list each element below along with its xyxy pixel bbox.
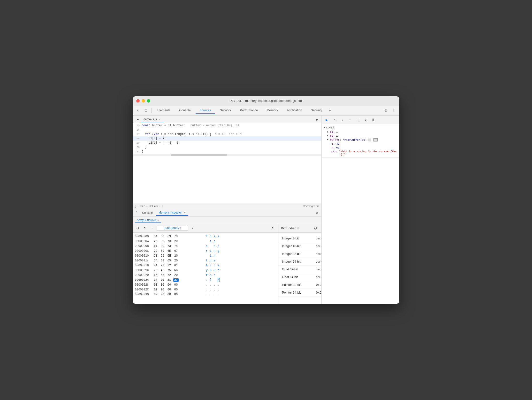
value-format-arrow[interactable]: ▾ — [321, 237, 321, 240]
hex-byte[interactable]: 20 — [153, 254, 158, 258]
hex-char[interactable]: . — [217, 288, 220, 291]
hex-char[interactable] — [217, 259, 220, 262]
hex-char[interactable]: . — [213, 293, 216, 296]
file-tab-demo[interactable]: demo-js.js × — [141, 117, 164, 122]
hex-byte[interactable]: 72 — [160, 264, 165, 267]
tab-sources[interactable]: Sources — [196, 107, 215, 114]
hex-byte[interactable]: 74 — [153, 259, 158, 262]
hex-char[interactable]: s — [217, 235, 220, 238]
hex-byte[interactable]: 65 — [160, 274, 165, 277]
hex-char[interactable]: e — [213, 259, 216, 262]
tab-elements[interactable]: Elements — [153, 107, 174, 114]
value-format-arrow[interactable]: ▾ — [321, 268, 321, 271]
hex-char[interactable] — [213, 278, 216, 282]
hex-char[interactable]: . — [213, 283, 216, 287]
hex-byte[interactable]: 00 — [173, 293, 179, 296]
hex-char[interactable]: t — [205, 259, 208, 262]
hex-char[interactable]: T — [205, 235, 208, 238]
hex-char[interactable] — [217, 274, 220, 277]
scope-expand-icon[interactable]: ▼ — [324, 126, 325, 129]
hex-byte[interactable]: 66 — [173, 269, 179, 272]
hex-char[interactable]: . — [205, 293, 208, 296]
cursor-icon[interactable]: ↖ — [135, 107, 142, 114]
hex-byte[interactable]: 29 — [160, 278, 165, 282]
value-format[interactable]: dec — [316, 244, 320, 248]
tab-console[interactable]: Console — [175, 107, 195, 114]
hex-byte[interactable]: 27 — [173, 278, 179, 282]
hex-byte[interactable]: 66 — [153, 274, 158, 277]
hex-char[interactable]: n — [213, 249, 216, 253]
hex-byte[interactable]: 00 — [153, 288, 158, 291]
values-settings-icon[interactable]: ⚙ — [313, 225, 319, 231]
value-format[interactable]: dec — [316, 275, 320, 279]
hex-byte[interactable]: 72 — [153, 249, 158, 253]
scope-item-expand[interactable]: ▶ — [327, 131, 328, 133]
hex-char[interactable] — [217, 254, 220, 258]
hex-char[interactable] — [205, 240, 208, 243]
value-format[interactable]: dec — [316, 268, 320, 271]
hex-char[interactable]: n — [213, 254, 216, 258]
hex-byte[interactable]: 00 — [167, 283, 172, 287]
hex-char[interactable]: A — [205, 264, 208, 267]
value-format[interactable]: dec — [316, 260, 320, 263]
hex-byte[interactable]: 6E — [167, 254, 172, 258]
value-format-arrow[interactable]: ▾ — [321, 260, 321, 263]
hex-char[interactable] — [209, 244, 212, 248]
hex-char[interactable]: . — [209, 293, 212, 296]
hex-char[interactable]: h — [209, 235, 212, 238]
horizontal-scrollbar[interactable] — [133, 154, 321, 156]
hex-char[interactable]: . — [213, 288, 216, 291]
hex-fwd-button[interactable]: ↻ — [142, 225, 148, 231]
hex-char[interactable]: a — [205, 244, 208, 248]
scope-item-expand[interactable]: ▶ — [327, 134, 328, 137]
hex-next-button[interactable]: › — [190, 225, 195, 231]
step-out-button[interactable]: ↑ — [347, 117, 353, 123]
hex-char[interactable]: e — [209, 274, 212, 277]
tab-console-panel[interactable]: Console — [139, 210, 156, 215]
hex-byte[interactable]: 65 — [167, 259, 172, 262]
hex-char[interactable]: i — [213, 235, 216, 238]
value-format-arrow[interactable]: ▾ — [321, 252, 321, 255]
hex-char[interactable] — [205, 254, 208, 258]
hex-byte[interactable]: 72 — [167, 264, 172, 267]
buffer-tab-main[interactable]: ArrayBuffer(60) × — [135, 218, 161, 223]
hex-prev-button[interactable]: ‹ — [149, 225, 155, 231]
arraybuffer-icon[interactable]: ⬜ — [373, 138, 378, 141]
hex-char[interactable]: f — [217, 269, 220, 272]
hex-byte[interactable]: 74 — [173, 244, 179, 248]
value-format[interactable]: dec — [316, 252, 320, 256]
panel-menu-icon[interactable]: ⋮ — [134, 210, 139, 216]
hex-byte[interactable]: 42 — [160, 269, 165, 272]
step-over-button[interactable]: ↷ — [332, 117, 337, 123]
hex-char[interactable]: : — [205, 278, 208, 282]
hex-char[interactable]: . — [217, 283, 220, 287]
close-button[interactable] — [136, 99, 140, 103]
hex-address-input[interactable] — [157, 226, 188, 231]
status-format[interactable]: {} — [135, 205, 137, 207]
hex-byte[interactable]: 79 — [153, 269, 158, 272]
hex-byte[interactable]: 69 — [167, 235, 172, 238]
hex-char[interactable] — [217, 240, 220, 243]
tab-application[interactable]: Application — [283, 107, 306, 114]
panel-close-button[interactable]: ✕ — [314, 210, 320, 216]
hex-char[interactable]: g — [217, 249, 220, 253]
more-tabs-button[interactable]: » — [327, 107, 333, 114]
hex-back-button[interactable]: ↺ — [135, 225, 141, 231]
value-format-arrow[interactable]: ▾ — [321, 245, 321, 247]
hex-byte[interactable]: 41 — [153, 264, 158, 267]
file-tab-close[interactable]: × — [158, 118, 161, 121]
value-format-arrow[interactable]: ▾ — [321, 276, 321, 278]
hex-byte[interactable]: 00 — [153, 293, 158, 296]
hex-char[interactable]: r — [213, 274, 216, 277]
hex-char[interactable]: . — [209, 288, 212, 291]
tab-memory-inspector[interactable]: Memory Inspector × — [156, 210, 188, 216]
value-format[interactable]: dec — [316, 237, 320, 240]
hex-byte[interactable]: 69 — [160, 249, 165, 253]
hex-byte[interactable]: 61 — [173, 264, 179, 267]
hex-byte[interactable]: 00 — [160, 288, 165, 291]
hex-byte[interactable]: 69 — [160, 254, 165, 258]
hex-byte[interactable]: 20 — [160, 244, 165, 248]
hex-byte[interactable]: 68 — [160, 235, 165, 238]
hex-byte[interactable]: 00 — [167, 293, 172, 296]
scrollbar-thumb[interactable] — [171, 154, 227, 156]
